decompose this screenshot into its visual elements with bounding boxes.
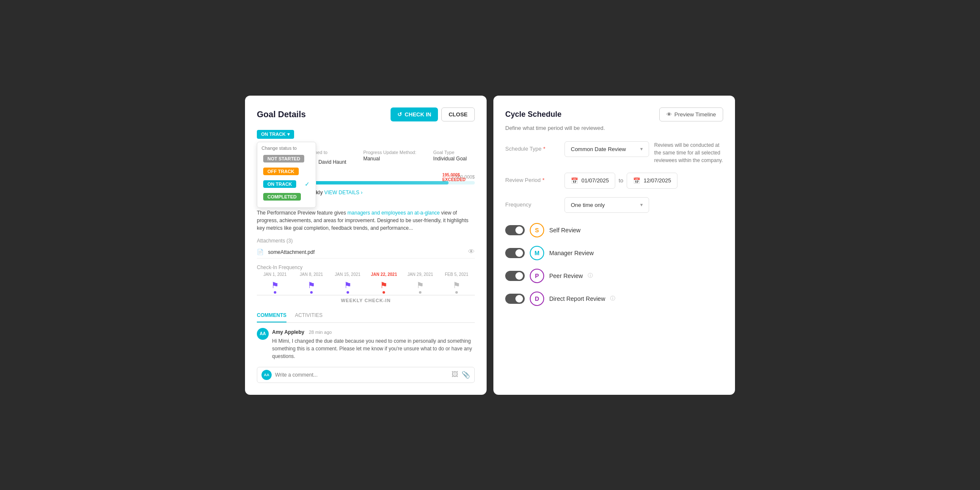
preview-timeline-button[interactable]: 👁 Preview Timeline [659,107,723,121]
close-button[interactable]: CLOSE [441,107,475,121]
cycle-schedule-panel: Cycle Schedule 👁 Preview Timeline Define… [493,96,735,395]
comment-icons: 🖼 📎 [451,371,470,379]
right-header: Cycle Schedule 👁 Preview Timeline [505,107,723,121]
flag-5: ⚑ [402,280,438,294]
calendar-icon-to: 📅 [633,177,640,184]
comment-input-row: AA 🖼 📎 [257,367,475,383]
flag-purple-icon-3: ⚑ [344,280,352,290]
chevron-down-icon: ▾ [640,146,643,152]
attachment-file: 📄 someAttachment.pdf [257,248,315,256]
direct-report-label: Direct Report Review [549,295,605,302]
peer-review-label: Peer Review [549,273,583,279]
direct-report-review-row: ✕ D Direct Report Review ⓘ [505,292,723,306]
toggle-x-icon: ✕ [519,228,522,232]
page-title: Goal Details [257,110,306,119]
peer-review-row: ✕ P Peer Review ⓘ [505,269,723,283]
schedule-type-row: Schedule Type * Common Date Review ▾ Rev… [505,141,723,164]
flag-gray-icon-1: ⚑ [416,280,424,290]
peer-review-icon: P [530,269,544,283]
description-text: The Performance Preview feature gives ma… [257,209,475,232]
flag-red-icon: ⚑ [380,280,388,290]
flag-2: ⚑ [293,280,330,294]
timeline-date-1: JAN 1, 2021 [257,272,293,277]
dot-6 [455,291,458,294]
eye-icon[interactable]: 👁 [468,248,475,256]
dot-1 [274,291,276,294]
schedule-type-control: Common Date Review ▾ Reviews will be con… [564,141,723,164]
dot-3 [347,291,349,294]
check-icon: ✓ [305,181,310,187]
calendar-icon-from: 📅 [571,177,578,184]
tab-comments[interactable]: COMMENTS [257,309,286,322]
comment-avatar: AA [257,328,269,340]
frequency-row: Frequency One time only ▾ [505,197,723,213]
timeline-date-4: JAN 22, 2021 [366,272,402,277]
toggle-x-icon-3: ✕ [519,274,522,278]
self-review-icon: S [530,223,544,237]
status-pill-on-track: ON TRACK [263,180,296,188]
manager-review-toggle[interactable]: ✕ [505,248,525,258]
direct-report-info-icon[interactable]: ⓘ [610,295,615,302]
date-inputs: 📅 01/07/2025 to 📅 12/07/2025 [564,173,677,189]
chevron-down-icon-freq: ▾ [640,202,643,208]
header-buttons: ↺ CHECK IN CLOSE [391,107,475,121]
right-title: Cycle Schedule [505,110,562,119]
status-pill-completed: COMPLETED [263,193,301,201]
timeline-dates: JAN 1, 2021 JAN 8, 2021 JAN 15, 2021 JAN… [257,272,475,277]
chevron-down-icon: ▾ [287,132,290,137]
comment-input[interactable] [275,372,448,378]
flag-3: ⚑ [330,280,366,294]
direct-report-toggle[interactable]: ✕ [505,294,525,304]
status-badge-button[interactable]: ON TRACK ▾ [257,130,294,139]
toggle-x-icon-4: ✕ [519,297,522,301]
review-period-label: Review Period * [505,173,556,183]
flag-4: ⚑ [366,280,402,294]
peer-review-info-icon[interactable]: ⓘ [588,272,593,279]
tabs-row: COMMENTS ACTIVITIES [257,309,475,323]
status-option-not-started[interactable]: NOT STARTED [261,153,312,164]
peer-review-toggle[interactable]: ✕ [505,271,525,281]
frequency-select[interactable]: One time only ▾ [564,197,649,213]
exceeded-label: 195,000$ EXCEEDED [442,173,465,182]
self-review-row: ✕ S Self Review [505,223,723,237]
tab-activities[interactable]: ACTIVITIES [295,309,322,322]
checkin-icon: ↺ [397,111,402,118]
checkin-button[interactable]: ↺ CHECK IN [391,107,438,121]
flag-6: ⚑ [438,280,475,294]
status-option-on-track[interactable]: ON TRACK ✓ [261,179,312,190]
date-from-input[interactable]: 📅 01/07/2025 [564,173,615,189]
flag-1: ⚑ [257,280,293,294]
self-review-label: Self Review [549,227,581,234]
current-user-avatar: AA [262,370,272,380]
to-label: to [619,177,623,184]
direct-report-icon: D [530,292,544,306]
manager-review-row: ✕ M Manager Review [505,246,723,260]
toggle-section: ✕ S Self Review ✕ M Manager Review ✕ [505,223,723,306]
status-dropdown-menu: Change status to NOT STARTED OFF TRACK O… [257,142,316,208]
timeline-date-2: JAN 8, 2021 [293,272,330,277]
image-icon[interactable]: 🖼 [451,371,458,379]
view-details-link[interactable]: VIEW DETAILS › [324,190,362,195]
status-option-off-track[interactable]: OFF TRACK [261,166,312,177]
date-to-input[interactable]: 📅 12/07/2025 [627,173,677,189]
manager-review-icon: M [530,246,544,260]
checkin-timeline-section: Check-In Frequency JAN 1, 2021 JAN 8, 20… [257,264,475,303]
flag-purple-icon: ⚑ [271,280,279,290]
pdf-icon: 📄 [257,249,264,255]
attachment-icon[interactable]: 📎 [462,371,470,379]
attachments-section: Attachments (3) 📄 someAttachment.pdf 👁 [257,238,475,259]
self-review-toggle[interactable]: ✕ [505,225,525,235]
schedule-type-label: Schedule Type * [505,141,556,152]
schedule-type-select[interactable]: Common Date Review ▾ [564,141,649,157]
timeline-date-5: JAN 29, 2021 [402,272,438,277]
dot-5 [419,291,421,294]
status-option-completed[interactable]: COMPLETED [261,191,312,202]
panel-header: Goal Details ↺ CHECK IN CLOSE [257,107,475,121]
comment-content: Amy Appleby 28 min ago Hi Mimi, I change… [272,328,475,360]
flag-purple-icon-2: ⚑ [308,280,315,290]
dot-2 [310,291,313,294]
flag-gray-icon-2: ⚑ [453,280,460,290]
timeline-date-6: FEB 5, 2021 [438,272,475,277]
status-dropdown-area: ON TRACK ▾ Change status to NOT STARTED … [257,130,294,139]
goal-type-item: Goal Type Individual Goal [433,150,467,168]
